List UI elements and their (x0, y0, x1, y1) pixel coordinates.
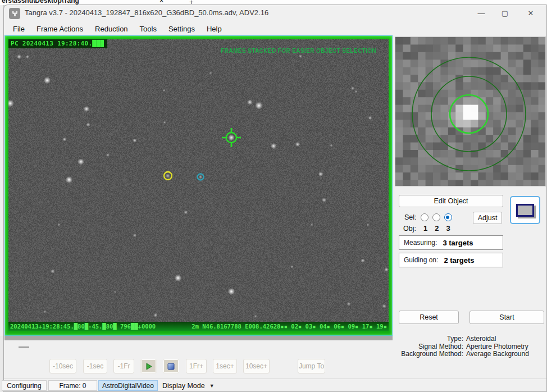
obj-number-1: 1 (423, 224, 427, 233)
start-button[interactable]: Start (469, 311, 544, 324)
osd-bottom-left: 20240413+19:28:45.█80█-45.█80█ 796██+000… (10, 322, 156, 331)
status-frame-counter: Frame: 0 (48, 380, 97, 391)
back-1frame-button[interactable]: -1Fr (113, 359, 134, 373)
menu-file[interactable]: File (11, 24, 26, 34)
background-method-label: Background Method: (395, 350, 463, 358)
reduction-info: Type: Asteroidal Signal Method: Aperture… (395, 335, 545, 358)
chevron-down-icon: ▼ (209, 383, 215, 389)
obj-label: Obj: (403, 225, 416, 233)
obj-number-2: 2 (435, 224, 439, 233)
background-method-value: Average Background (466, 350, 529, 358)
measuring-value: 3 targets (443, 239, 473, 247)
play-button[interactable] (140, 359, 157, 373)
osd-bottom-right: 2m N46.8167788 E008.42628▪▪ 02▪ 03▪ 04▪ … (192, 322, 387, 331)
fwd-1frame-button[interactable]: 1Fr+ (186, 359, 207, 373)
signal-method-label: Signal Method: (395, 343, 463, 351)
video-area[interactable]: PC 20240413 19:28:40.███ FRAMES STACKED … (8, 39, 389, 331)
guiding-label: Guiding on: (404, 256, 438, 264)
stop-button[interactable] (163, 359, 179, 373)
menu-settings[interactable]: Settings (167, 24, 197, 34)
measuring-label: Measuring: (404, 239, 437, 247)
osd-timestamp-top: PC 20240413 19:28:40.███ (8, 39, 107, 48)
object-radio-2[interactable] (432, 213, 440, 221)
background-window-path: ers\asshu\Desktop\Tang (2, 0, 79, 4)
menu-reduction[interactable]: Reduction (93, 24, 130, 34)
divider-dash (19, 347, 29, 348)
stacked-frames-banner: FRAMES STACKED FOR EASIER OBJECT SELECTI… (221, 48, 376, 54)
signal-method-value: Aperture Photometry (466, 343, 528, 351)
tab-close-icon[interactable]: ✕ (159, 0, 164, 4)
object-radio-1[interactable] (421, 213, 429, 221)
reset-button[interactable]: Reset (399, 311, 459, 324)
display-mode-dropdown[interactable]: Display Mode ▼ (162, 380, 215, 391)
status-mode: Configuring (2, 380, 47, 391)
status-video-format[interactable]: AstroDigitalVideo (98, 380, 158, 391)
maximize-button[interactable]: ▢ (495, 6, 514, 20)
adjust-button[interactable]: Adjust (473, 212, 502, 224)
target-zoom-canvas (395, 37, 545, 186)
edit-object-button[interactable]: Edit Object (399, 195, 503, 207)
fwd-1sec-button[interactable]: 1sec+ (213, 359, 237, 373)
minimize-button[interactable]: — (472, 6, 491, 20)
menu-bar: File Frame Actions Reduction Tools Setti… (4, 22, 547, 35)
menu-help[interactable]: Help (205, 24, 224, 34)
type-value: Asteroidal (466, 335, 496, 343)
aperture-shape-icon (516, 204, 534, 217)
tangra-logo-icon (9, 8, 20, 19)
title-bar: Tangra v3.7 - 20240413_192847_816x620_G3… (3, 4, 547, 21)
display-mode-label: Display Mode (162, 382, 205, 390)
video-frame: PC 20240413 19:28:40.███ FRAMES STACKED … (4, 35, 393, 336)
guiding-box: Guiding on: 2 targets (399, 253, 503, 267)
close-button[interactable]: ✕ (521, 6, 540, 20)
osd-timestamp-bottom: 20240413+19:28:45.█80█-45.█80█ 796██+000… (8, 322, 389, 331)
target-zoom-panel (395, 37, 546, 186)
menu-frame-actions[interactable]: Frame Actions (35, 24, 85, 34)
obj-number-3: 3 (446, 224, 450, 233)
fwd-10sec-button[interactable]: 10sec+ (243, 359, 270, 373)
aperture-shape-button[interactable] (510, 196, 540, 224)
menu-tools[interactable]: Tools (138, 24, 158, 34)
guiding-value: 2 targets (444, 256, 474, 265)
object-radio-3[interactable] (444, 213, 452, 221)
object-select-row: Sel: (404, 213, 452, 222)
type-label: Type: (395, 335, 463, 343)
screen: ers\asshu\Desktop\Tang ✕ + Tangra v3.7 -… (0, 0, 547, 392)
starfield-canvas[interactable] (8, 39, 389, 331)
sel-label: Sel: (404, 213, 417, 221)
back-10sec-button[interactable]: -10sec (49, 359, 76, 373)
stop-icon (167, 363, 175, 370)
object-number-row: Obj: 1 2 3 (403, 224, 450, 233)
jump-to-button[interactable]: Jump To (298, 359, 325, 373)
video-bottom-strip (4, 336, 393, 340)
back-1sec-button[interactable]: -1sec (83, 359, 107, 373)
play-icon (145, 363, 152, 370)
window-title: Tangra v3.7 - 20240413_192847_816x620_G3… (25, 8, 268, 17)
status-bar: Configuring Frame: 0 AstroDigitalVideo D… (4, 379, 546, 392)
measuring-box: Measuring: 3 targets (399, 235, 503, 250)
